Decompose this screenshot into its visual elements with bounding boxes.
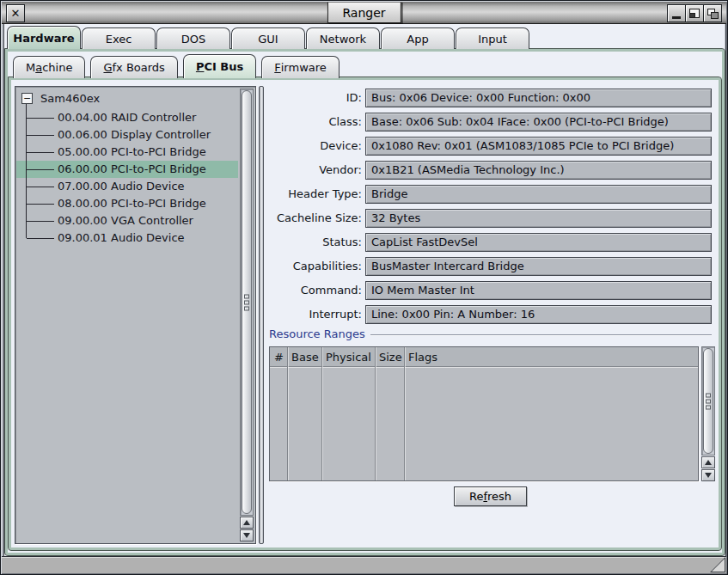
main-tab-bar: Hardware Exec DOS GUI Network App Input: [7, 26, 529, 49]
zoom-window-icon[interactable]: [685, 4, 704, 22]
column-separator: [321, 347, 322, 480]
arrow-down-icon: [243, 533, 250, 538]
field-label: Status:: [269, 233, 362, 252]
table-scrollbar-track[interactable]: [701, 346, 715, 456]
group-title: Resource Ranges: [269, 327, 370, 340]
arrow-up-icon: [705, 460, 712, 465]
field-value-command: IO Mem Master Int: [365, 281, 712, 300]
depth-icon[interactable]: [703, 4, 722, 22]
arrow-up-icon: [243, 520, 250, 525]
column-separator: [375, 347, 376, 480]
column-header-number: #: [270, 347, 287, 367]
depth-glyph: [707, 9, 719, 19]
column-separator: [287, 347, 288, 480]
tab-network[interactable]: Network: [306, 28, 380, 49]
tree-root-label: Sam460ex: [40, 92, 100, 105]
sub-tab-bar: Machine Gfx Boards PCI Bus Firmware: [13, 54, 340, 78]
tab-machine-pre: M: [26, 61, 35, 74]
field-value-class: Base: 0x06 Sub: 0x04 IFace: 0x00 (PCI-to…: [365, 113, 712, 132]
tree-item-vga-controller[interactable]: 09.00.00 VGA Controller: [16, 212, 238, 229]
minimize-icon[interactable]: [667, 4, 686, 22]
tab-pci-key: P: [196, 60, 205, 73]
tree-item-pci-bridge-08[interactable]: 08.00.00 PCI-to-PCI Bridge: [16, 195, 238, 212]
resize-handle-face: [712, 559, 725, 572]
table-header: # Base Physical Size Flags: [270, 347, 698, 367]
collapse-icon[interactable]: −: [21, 93, 33, 104]
tree-item-pci-bridge-06[interactable]: 06.00.00 PCI-to-PCI Bridge: [16, 161, 238, 178]
window-title[interactable]: Ranger: [327, 2, 401, 23]
tree-scroll-down-button[interactable]: [240, 529, 254, 541]
tab-gfx-key: G: [103, 61, 112, 74]
tree-item-audio-device-09[interactable]: 09.00.01 Audio Device: [16, 229, 238, 247]
grip-dots-icon: [244, 294, 249, 310]
tab-machine-post: chine: [42, 61, 72, 74]
tree-scrollbar-thumb[interactable]: [242, 90, 252, 514]
tab-firmware[interactable]: Firmware: [261, 56, 340, 78]
tab-pci-bus[interactable]: PCI Bus: [183, 54, 256, 78]
tab-machine-key: a: [35, 61, 42, 74]
tree-root[interactable]: − Sam460ex: [17, 89, 100, 107]
field-value-capabilities: BusMaster Intercard Bridge: [365, 257, 712, 276]
table-body-empty: [270, 368, 698, 480]
ranger-window: ✕ Ranger Hardware Exec DOS GUI Network A…: [0, 0, 728, 575]
refresh-label-post: resh: [487, 490, 511, 503]
close-icon[interactable]: ✕: [6, 4, 25, 22]
field-label: Device:: [269, 137, 362, 156]
tab-pci-post: CI Bus: [204, 60, 243, 73]
tree-item-display-controller[interactable]: 00.06.00 Display Controller: [16, 126, 238, 144]
field-value-device: 0x1080 Rev: 0x01 (ASM1083/1085 PCIe to P…: [365, 137, 712, 156]
column-header-physical: Physical: [321, 347, 375, 367]
titlebar[interactable]: ✕ Ranger: [2, 2, 726, 24]
tab-hardware[interactable]: Hardware: [7, 26, 81, 49]
refresh-button[interactable]: Refresh: [454, 486, 527, 506]
tab-firmware-post: irmware: [281, 61, 327, 74]
group-rule: [370, 334, 712, 335]
field-label: Vendor:: [269, 161, 362, 180]
window-bottom-border: [2, 556, 726, 573]
minimize-glyph: [672, 16, 681, 19]
field-label: ID:: [269, 89, 362, 107]
tree-scrollbar: [240, 89, 254, 541]
field-label: Cacheline Size:: [269, 209, 362, 228]
tree-item-audio-device-07[interactable]: 07.00.00 Audio Device: [16, 178, 238, 195]
tab-dos[interactable]: DOS: [156, 28, 230, 49]
resource-ranges-group: Resource Ranges: [269, 327, 712, 340]
tree-item-raid-controller[interactable]: 00.04.00 RAID Controller: [16, 109, 238, 126]
tree-scroll-up-button[interactable]: [240, 517, 254, 529]
resize-handle-icon[interactable]: [709, 557, 725, 572]
field-label: Interrupt:: [269, 305, 362, 324]
tree-scrollbar-track[interactable]: [240, 89, 254, 516]
column-header-base: Base: [287, 347, 321, 367]
field-value-vendor: 0x1B21 (ASMedia Technology Inc.): [365, 161, 712, 180]
tab-gfx-boards[interactable]: Gfx Boards: [90, 56, 177, 78]
field-value-interrupt: Line: 0x00 Pin: A Number: 16: [365, 305, 712, 324]
field-label: Command:: [269, 281, 362, 300]
table-scroll-down-button[interactable]: [701, 469, 715, 481]
tab-exec[interactable]: Exec: [82, 28, 156, 49]
tree-connector-line: [26, 104, 27, 238]
splitter-handle[interactable]: [259, 86, 264, 544]
tab-app[interactable]: App: [381, 28, 455, 49]
tab-machine[interactable]: Machine: [13, 56, 85, 78]
tree-item-pci-bridge-05[interactable]: 05.00.00 PCI-to-PCI Bridge: [16, 144, 238, 161]
table-scrollbar-thumb[interactable]: [703, 348, 713, 454]
column-header-flags: Flags: [404, 347, 698, 367]
field-value-header-type: Bridge: [365, 185, 712, 204]
zoom-glyph: [689, 9, 700, 18]
table-scrollbar: [701, 346, 715, 481]
field-value-id: Bus: 0x06 Device: 0x00 Function: 0x00: [365, 89, 712, 107]
field-value-cacheline: 32 Bytes: [365, 209, 712, 228]
refresh-label-pre: Re: [469, 490, 483, 503]
column-header-size: Size: [375, 347, 404, 367]
tab-gui[interactable]: GUI: [231, 28, 305, 49]
field-value-status: CapList FastDevSel: [365, 233, 712, 252]
grip-dots-icon: [706, 393, 711, 409]
tab-gfx-post: fx Boards: [113, 61, 165, 74]
tab-firmware-key: F: [274, 61, 280, 74]
arrow-down-icon: [705, 473, 712, 478]
field-label: Header Type:: [269, 185, 362, 204]
field-label: Class:: [269, 113, 362, 132]
column-separator: [404, 347, 405, 480]
table-scroll-up-button[interactable]: [701, 456, 715, 468]
tab-input[interactable]: Input: [456, 28, 529, 49]
